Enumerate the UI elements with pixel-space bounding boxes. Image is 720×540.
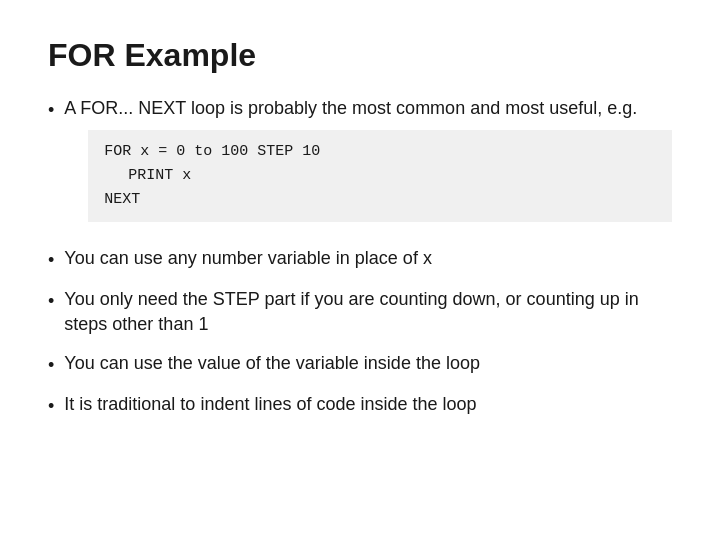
bullet-text-content: You only need the STEP part if you are c… bbox=[64, 287, 672, 337]
code-line: NEXT bbox=[104, 188, 656, 212]
bullet-dot: • bbox=[48, 248, 54, 273]
bullet-dot: • bbox=[48, 289, 54, 314]
slide-title: FOR Example bbox=[48, 36, 672, 74]
list-item: • You can use any number variable in pla… bbox=[48, 246, 672, 273]
list-item: • You only need the STEP part if you are… bbox=[48, 287, 672, 337]
bullet-dot: • bbox=[48, 353, 54, 378]
bullet-text: A FOR... NEXT loop is probably the most … bbox=[64, 96, 672, 231]
bullet-text-content: You can use any number variable in place… bbox=[64, 246, 672, 271]
code-line: FOR x = 0 to 100 STEP 10 bbox=[104, 140, 656, 164]
list-item: • It is traditional to indent lines of c… bbox=[48, 392, 672, 419]
code-line: PRINT x bbox=[104, 164, 656, 188]
code-block: FOR x = 0 to 100 STEP 10 PRINT x NEXT bbox=[88, 130, 672, 222]
list-item: • You can use the value of the variable … bbox=[48, 351, 672, 378]
bullet-text-content: It is traditional to indent lines of cod… bbox=[64, 392, 672, 417]
bullet-dot: • bbox=[48, 98, 54, 123]
slide: FOR Example • A FOR... NEXT loop is prob… bbox=[0, 0, 720, 540]
bullet-list: • A FOR... NEXT loop is probably the mos… bbox=[48, 96, 672, 433]
bullet-text-content: You can use the value of the variable in… bbox=[64, 351, 672, 376]
bullet-dot: • bbox=[48, 394, 54, 419]
bullet-text-content: A FOR... NEXT loop is probably the most … bbox=[64, 98, 637, 118]
list-item: • A FOR... NEXT loop is probably the mos… bbox=[48, 96, 672, 231]
